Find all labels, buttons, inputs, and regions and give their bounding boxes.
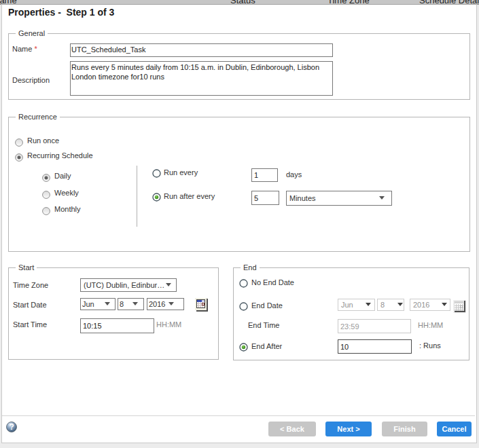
svg-text:?: ? xyxy=(10,422,14,432)
